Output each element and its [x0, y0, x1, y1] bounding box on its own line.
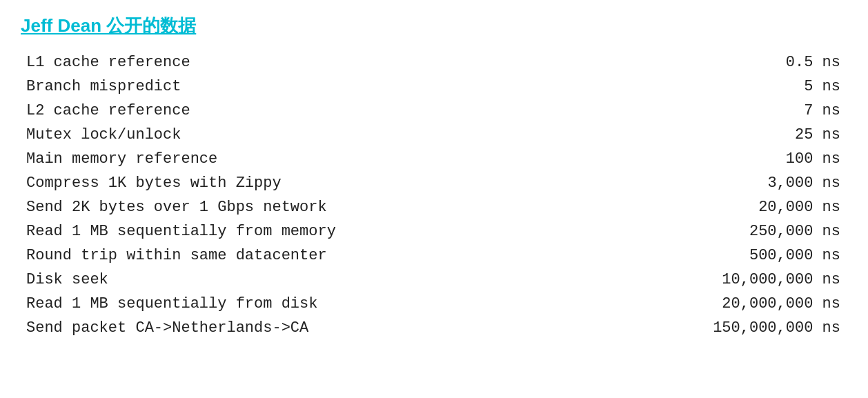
latency-table: L1 cache reference0.5 nsBranch mispredic…: [21, 50, 847, 340]
row-value: 500,000 ns: [641, 243, 848, 268]
row-label: Read 1 MB sequentially from disk: [21, 292, 641, 316]
table-row: Compress 1K bytes with Zippy3,000 ns: [21, 171, 847, 195]
row-value: 0.5 ns: [641, 50, 848, 74]
row-label: L1 cache reference: [21, 50, 641, 74]
row-value: 10,000,000 ns: [641, 268, 848, 292]
row-label: Read 1 MB sequentially from memory: [21, 219, 641, 243]
table-row: Send packet CA->Netherlands->CA150,000,0…: [21, 316, 847, 340]
row-label: Send packet CA->Netherlands->CA: [21, 316, 641, 340]
row-value: 150,000,000 ns: [641, 316, 848, 340]
row-label: Mutex lock/unlock: [21, 123, 641, 147]
row-label: L2 cache reference: [21, 99, 641, 123]
row-value: 5 ns: [641, 74, 848, 99]
table-row: Read 1 MB sequentially from disk20,000,0…: [21, 292, 847, 316]
row-value: 20,000,000 ns: [641, 292, 848, 316]
row-label: Disk seek: [21, 268, 641, 292]
table-row: L2 cache reference7 ns: [21, 99, 847, 123]
row-value: 25 ns: [641, 123, 848, 147]
table-row: Disk seek10,000,000 ns: [21, 268, 847, 292]
table-row: Branch mispredict5 ns: [21, 74, 847, 99]
table-row: L1 cache reference0.5 ns: [21, 50, 847, 74]
row-value: 250,000 ns: [641, 219, 848, 243]
row-value: 20,000 ns: [641, 195, 848, 219]
page-title-link[interactable]: Jeff Dean 公开的数据: [21, 14, 196, 38]
row-value: 3,000 ns: [641, 171, 848, 195]
table-row: Send 2K bytes over 1 Gbps network20,000 …: [21, 195, 847, 219]
row-value: 100 ns: [641, 147, 848, 171]
row-label: Main memory reference: [21, 147, 641, 171]
table-row: Round trip within same datacenter500,000…: [21, 243, 847, 268]
row-label: Compress 1K bytes with Zippy: [21, 171, 641, 195]
row-label: Round trip within same datacenter: [21, 243, 641, 268]
row-label: Branch mispredict: [21, 74, 641, 99]
table-row: Mutex lock/unlock25 ns: [21, 123, 847, 147]
table-row: Main memory reference100 ns: [21, 147, 847, 171]
row-label: Send 2K bytes over 1 Gbps network: [21, 195, 641, 219]
table-row: Read 1 MB sequentially from memory250,00…: [21, 219, 847, 243]
row-value: 7 ns: [641, 99, 848, 123]
